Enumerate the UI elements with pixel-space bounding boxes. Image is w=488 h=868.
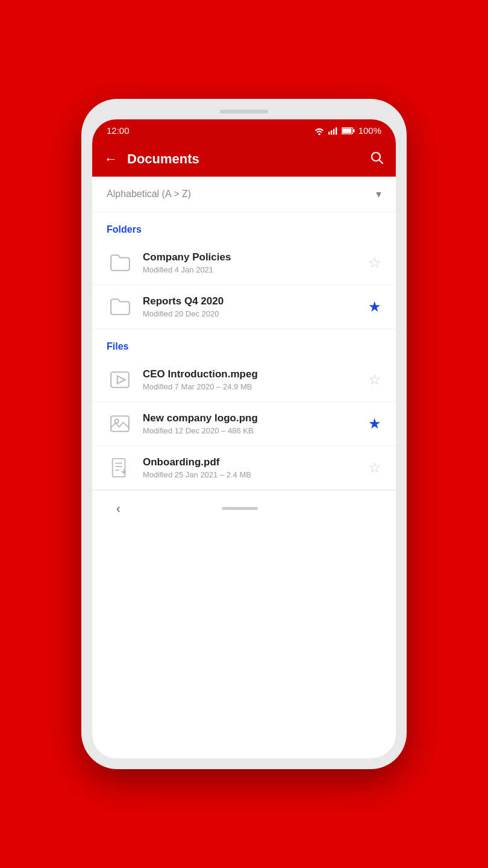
pdf-icon xyxy=(107,454,133,481)
svg-rect-13 xyxy=(113,459,125,477)
item-info: CEO Introduction.mpeg Modified 7 Mar 202… xyxy=(143,368,363,391)
item-meta: Modified 25 Jan 2021 – 2.4 MB xyxy=(143,470,363,479)
list-item[interactable]: New company logo.png Modified 12 Dec 202… xyxy=(92,402,396,446)
signal-icon xyxy=(328,127,338,135)
svg-marker-10 xyxy=(117,376,125,384)
item-name: Reports Q4 2020 xyxy=(143,295,363,307)
svg-rect-6 xyxy=(353,129,355,132)
image-icon xyxy=(107,410,133,437)
sort-dropdown[interactable]: Alphabetical (A > Z) ▾ xyxy=(92,177,396,212)
folders-section: Folders Company Policies Modified 4 Jan … xyxy=(92,212,396,329)
app-bar: ← Documents xyxy=(92,142,396,177)
item-meta: Modified 7 Mar 2020 – 24.9 MB xyxy=(143,382,363,391)
video-icon xyxy=(107,366,133,393)
back-button[interactable]: ← xyxy=(104,151,117,167)
svg-rect-3 xyxy=(336,127,337,134)
svg-line-8 xyxy=(380,160,383,164)
item-info: New company logo.png Modified 12 Dec 202… xyxy=(143,412,363,435)
battery-percentage: 100% xyxy=(358,125,381,136)
bottom-nav: ‹ xyxy=(92,490,396,526)
battery-icon xyxy=(342,127,355,134)
item-info: Company Policies Modified 4 Jan 2021 xyxy=(143,251,363,274)
item-name: Company Policies xyxy=(143,251,363,263)
status-icons: 100% xyxy=(314,125,381,136)
sort-label: Alphabetical (A > Z) xyxy=(107,189,191,200)
list-item[interactable]: Company Policies Modified 4 Jan 2021 ☆ xyxy=(92,241,396,285)
item-info: Onboarding.pdf Modified 25 Jan 2021 – 2.… xyxy=(143,456,363,479)
status-bar: 12:00 100% xyxy=(92,119,396,142)
phone-screen: 12:00 100% xyxy=(92,119,396,758)
item-meta: Modified 4 Jan 2021 xyxy=(143,265,363,274)
star-button[interactable]: ☆ xyxy=(368,371,381,388)
svg-rect-1 xyxy=(331,130,332,134)
search-button[interactable] xyxy=(369,150,384,168)
svg-rect-2 xyxy=(333,128,334,134)
folder-icon xyxy=(107,294,133,320)
content-area: Alphabetical (A > Z) ▾ Folders Company P… xyxy=(92,177,396,490)
status-time: 12:00 xyxy=(107,125,130,136)
svg-rect-11 xyxy=(111,416,129,432)
star-button[interactable]: ★ xyxy=(368,415,381,432)
chevron-down-icon: ▾ xyxy=(376,187,381,201)
svg-rect-5 xyxy=(342,128,351,133)
star-button[interactable]: ★ xyxy=(368,298,381,315)
list-item[interactable]: Reports Q4 2020 Modified 20 Dec 2020 ★ xyxy=(92,285,396,329)
item-name: New company logo.png xyxy=(143,412,363,424)
files-section: Files CEO Introduction.mpeg Modified 7 M… xyxy=(92,329,396,490)
svg-rect-0 xyxy=(328,131,330,134)
item-info: Reports Q4 2020 Modified 20 Dec 2020 xyxy=(143,295,363,318)
page-title: Documents xyxy=(127,151,369,167)
phone-frame: 12:00 100% xyxy=(81,99,407,769)
star-button[interactable]: ☆ xyxy=(368,459,381,476)
star-button[interactable]: ☆ xyxy=(368,254,381,271)
phone-notch xyxy=(220,110,268,113)
nav-pill xyxy=(222,507,258,510)
nav-back-button[interactable]: ‹ xyxy=(116,502,120,515)
folders-header: Folders xyxy=(92,212,396,241)
folder-icon xyxy=(107,250,133,276)
item-meta: Modified 20 Dec 2020 xyxy=(143,309,363,318)
item-meta: Modified 12 Dec 2020 – 486 KB xyxy=(143,426,363,435)
wifi-icon xyxy=(314,127,325,135)
list-item[interactable]: CEO Introduction.mpeg Modified 7 Mar 202… xyxy=(92,358,396,402)
item-name: Onboarding.pdf xyxy=(143,456,363,468)
list-item[interactable]: Onboarding.pdf Modified 25 Jan 2021 – 2.… xyxy=(92,446,396,490)
item-name: CEO Introduction.mpeg xyxy=(143,368,363,380)
files-header: Files xyxy=(92,329,396,358)
